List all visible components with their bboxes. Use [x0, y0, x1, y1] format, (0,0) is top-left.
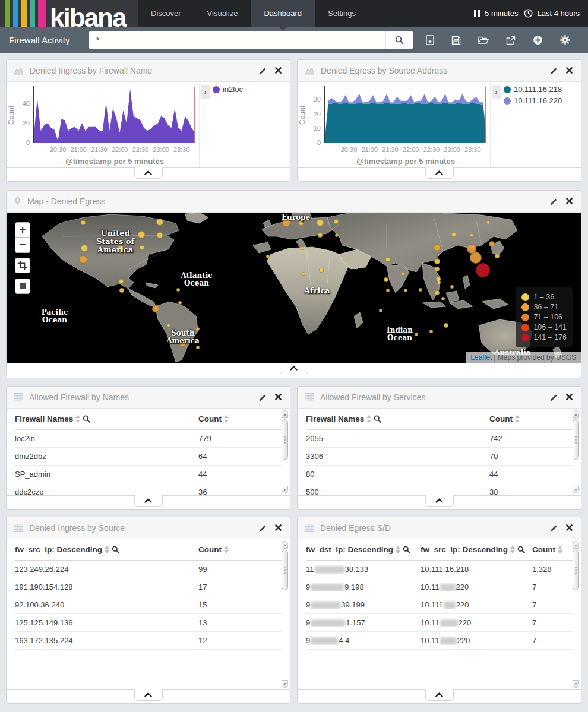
column-header-label: Count: [198, 414, 222, 423]
scroll-down-button[interactable]: ▼: [282, 680, 288, 688]
scroll-up-button[interactable]: ▲: [573, 410, 579, 418]
scrollbar-thumb[interactable]: [573, 419, 579, 460]
column-header-count[interactable]: Count: [198, 545, 282, 554]
redacted-text: [315, 566, 344, 574]
area-chart[interactable]: 0204020:3021:0021:3022:0022:3023:0023:30…: [7, 82, 199, 167]
rectangle-icon[interactable]: [15, 279, 30, 294]
remove-panel-button[interactable]: [274, 66, 283, 76]
scroll-down-button[interactable]: ▼: [573, 680, 579, 688]
column-header-fw-dst-ip-descending[interactable]: fw_dst_ip: Descending: [306, 545, 421, 554]
query-search-button[interactable]: [385, 31, 413, 49]
collapse-panel-button[interactable]: [425, 689, 454, 701]
table-cell: 1,328: [532, 565, 573, 574]
table-cell: 163.172.135.224: [15, 636, 198, 645]
legend-collapse-button[interactable]: ›: [492, 85, 501, 99]
panel-header: Denied Egress S/D: [298, 517, 581, 539]
world-map[interactable]: EuropeUnitedStates ofAmericaAtlanticOcea…: [7, 213, 581, 363]
close-icon: [275, 394, 282, 400]
add-visualization-button[interactable]: [533, 35, 543, 45]
load-dashboard-button[interactable]: [478, 36, 489, 45]
legend-label: 10.111.16.220: [514, 96, 562, 105]
zoom-out-button[interactable]: −: [15, 238, 30, 253]
column-search-icon: [374, 415, 381, 423]
column-header-count[interactable]: Count: [532, 545, 573, 554]
column-header-fw-src-ip-descending[interactable]: fw_src_ip: Descending: [15, 545, 198, 554]
collapse-panel-button[interactable]: [425, 495, 454, 507]
nav-tab-dashboard[interactable]: Dashboard: [251, 0, 315, 27]
kibana-logo[interactable]: kibana: [0, 0, 138, 27]
legend-entry[interactable]: 10.111.16.218: [504, 85, 562, 94]
time-range-control[interactable]: Last 4 hours: [524, 9, 580, 18]
scrollbar-thumb[interactable]: [573, 550, 579, 590]
scroll-down-button[interactable]: ▼: [573, 486, 579, 493]
nav-tab-discover[interactable]: Discover: [138, 0, 194, 27]
column-header-firewall-names[interactable]: Firewall Names: [306, 414, 489, 423]
legend-color-dot: [521, 324, 529, 331]
edit-panel-button[interactable]: [258, 393, 268, 403]
scrollbar[interactable]: ▲▼: [281, 410, 289, 493]
panel-footer: [298, 495, 581, 509]
edit-panel-button[interactable]: [258, 523, 268, 533]
nav-tab-settings[interactable]: Settings: [315, 0, 369, 27]
panel-title: Denied Ingress by Source: [29, 523, 125, 533]
refresh-interval-control[interactable]: 5 minutes: [473, 9, 518, 18]
svg-text:22:00: 22:00: [112, 146, 128, 153]
pencil-icon: [550, 198, 558, 205]
scrollbar[interactable]: ▲▼: [572, 541, 580, 688]
table-row: SP_admin44: [15, 466, 282, 483]
legend-entry[interactable]: 10.111.16.220: [504, 96, 562, 105]
scrollbar[interactable]: ▲▼: [281, 541, 289, 688]
sort-icon: [396, 546, 400, 553]
table-row: dmz2dbz64: [15, 448, 282, 466]
scroll-down-button[interactable]: ▼: [282, 486, 288, 493]
collapse-panel-button[interactable]: [280, 363, 308, 374]
panel-title: Allowed Firewall by Services: [320, 393, 425, 402]
zoom-in-button[interactable]: +: [15, 222, 30, 238]
area-chart[interactable]: 010203020:3021:0021:3022:0022:3023:0023:…: [298, 82, 490, 167]
query-input[interactable]: [89, 31, 385, 49]
leaflet-link[interactable]: Leaflet: [470, 353, 492, 362]
remove-panel-button[interactable]: [565, 197, 574, 207]
share-dashboard-button[interactable]: [506, 36, 516, 45]
edit-panel-button[interactable]: [549, 197, 559, 207]
map-bubble: [266, 255, 270, 258]
remove-panel-button[interactable]: [565, 393, 574, 403]
scrollbar-thumb[interactable]: [282, 419, 288, 460]
edit-panel-button[interactable]: [549, 393, 559, 403]
scrollbar[interactable]: ▲▼: [572, 410, 580, 493]
crop-icon[interactable]: [15, 258, 30, 273]
scroll-up-button[interactable]: ▲: [282, 410, 288, 418]
scrollbar-thumb[interactable]: [282, 550, 288, 590]
column-header-count[interactable]: Count: [198, 414, 282, 423]
dashboard-options-button[interactable]: [560, 35, 570, 45]
edit-panel-button[interactable]: [549, 66, 559, 76]
remove-panel-button[interactable]: [274, 393, 283, 403]
column-header-count[interactable]: Count: [489, 414, 573, 423]
map-bubble: [140, 245, 144, 250]
edit-panel-button[interactable]: [258, 66, 268, 76]
collapse-panel-button[interactable]: [425, 167, 454, 179]
column-header-firewall-names[interactable]: Firewall Names: [15, 414, 198, 423]
map-bubble: [434, 258, 440, 264]
map-crop-control: [15, 258, 30, 273]
save-dashboard-button[interactable]: [451, 36, 461, 45]
nav-tab-visualize[interactable]: Visualize: [194, 0, 251, 27]
scroll-up-button[interactable]: ▲: [573, 541, 579, 549]
collapse-panel-button[interactable]: [134, 689, 163, 701]
collapse-panel-button[interactable]: [134, 167, 163, 179]
remove-panel-button[interactable]: [274, 523, 283, 533]
svg-text:20:30: 20:30: [341, 146, 358, 153]
remove-panel-button[interactable]: [565, 523, 574, 533]
edit-panel-button[interactable]: [549, 523, 559, 533]
legend-collapse-button[interactable]: ›: [201, 85, 210, 99]
remove-panel-button[interactable]: [565, 66, 574, 76]
legend-entry[interactable]: in2loc: [213, 85, 243, 94]
column-search-icon: [517, 546, 525, 553]
column-header-fw-src-ip-descending[interactable]: fw_src_ip: Descending: [421, 545, 532, 554]
table-cell: 15: [198, 600, 282, 609]
panel-map-denied-egress: Map - Denied Egress: [6, 190, 581, 378]
scroll-up-button[interactable]: ▲: [282, 541, 288, 549]
new-dashboard-button[interactable]: [426, 35, 434, 45]
table-cell: 125.125.149.136: [15, 618, 198, 627]
collapse-panel-button[interactable]: [134, 495, 163, 507]
